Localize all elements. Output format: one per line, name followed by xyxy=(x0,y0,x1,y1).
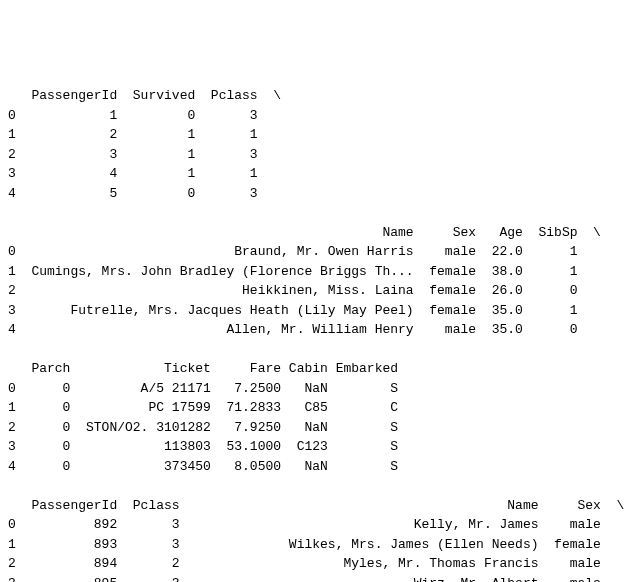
dataframe-output: PassengerId Survived Pclass \ 0 1 0 3 1 … xyxy=(8,86,618,582)
